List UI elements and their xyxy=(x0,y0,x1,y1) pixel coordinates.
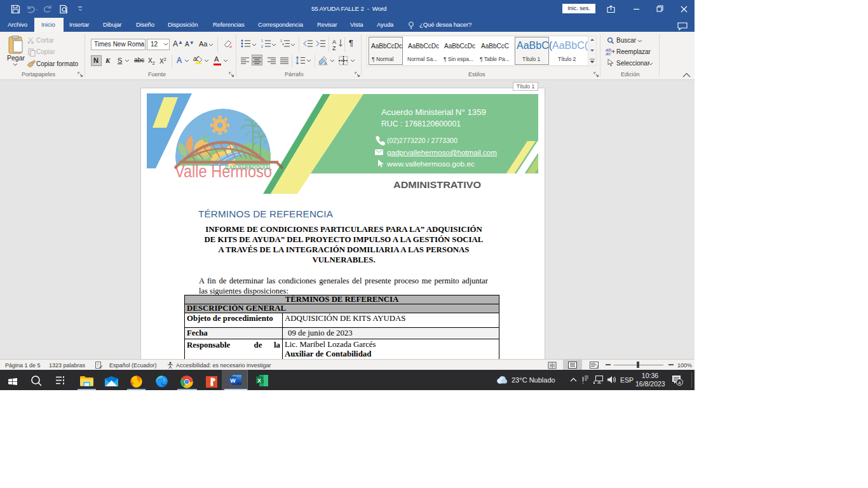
svg-text:1: 1 xyxy=(261,39,263,43)
svg-text:gadprvallehermoso@hotmail.com: gadprvallehermoso@hotmail.com xyxy=(387,149,497,156)
svg-text:A: A xyxy=(324,61,327,65)
svg-text:a: a xyxy=(282,42,284,46)
svg-text:www.vallehermoso.gob.ec: www.vallehermoso.gob.ec xyxy=(386,160,475,168)
svg-text:(02)2773220 / 2773300: (02)2773220 / 2773300 xyxy=(387,137,458,144)
svg-text:2: 2 xyxy=(261,44,263,48)
svg-text:W: W xyxy=(230,377,236,384)
svg-text:ADMINISTRATIVO: ADMINISTRATIVO xyxy=(393,180,481,190)
svg-text:X: X xyxy=(257,377,261,384)
svg-text:Acuerdo Ministerial N° 1359: Acuerdo Ministerial N° 1359 xyxy=(381,107,486,117)
svg-text:GAD PARROQUIAL: GAD PARROQUIAL xyxy=(225,164,272,171)
svg-text:RUC : 1768120600001: RUC : 1768120600001 xyxy=(381,119,461,128)
svg-text:4: 4 xyxy=(678,380,681,386)
